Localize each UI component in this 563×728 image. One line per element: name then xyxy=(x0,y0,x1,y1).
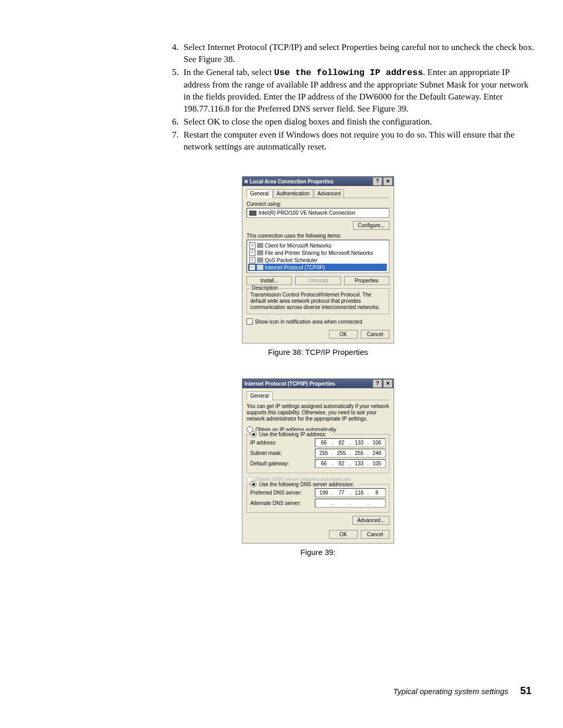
default-gateway-field[interactable]: 66. 82. 133. 105 xyxy=(315,459,386,468)
cancel-button[interactable]: Cancel xyxy=(361,330,389,339)
dot: . xyxy=(366,500,370,506)
install-button[interactable]: Install... xyxy=(247,276,292,285)
ip-address-label: IP address: xyxy=(250,440,276,446)
connect-using-label: Connect using: xyxy=(247,201,389,207)
ip-octet: 133 xyxy=(352,461,366,466)
ip-octet: 66 xyxy=(316,440,331,446)
step-6-text: Select OK to close the open dialog boxes… xyxy=(183,116,537,128)
nic-field: Intel(R) PRO/100 VE Network Connection xyxy=(247,208,389,218)
step-5-text: In the General tab, select Use the follo… xyxy=(183,67,537,115)
step-5-pre: In the General tab, select xyxy=(183,67,274,77)
properties-button[interactable]: Properties xyxy=(344,276,389,285)
tab-authentication[interactable]: Authentication xyxy=(273,189,313,198)
configure-button[interactable]: Configure... xyxy=(353,221,389,230)
dot: . xyxy=(331,500,334,506)
lan-icon: ⧈ xyxy=(244,178,248,184)
ip-address-group: Use the following IP address: IP address… xyxy=(247,434,389,473)
radio-label: Use the following DNS server addresses: xyxy=(259,482,354,487)
step-number: 4. xyxy=(172,42,183,66)
ip-octet: 133 xyxy=(352,440,366,446)
ip-octet: 106 xyxy=(370,440,384,446)
ip-octet: 116 xyxy=(352,490,366,496)
tab-advanced[interactable]: Advanced xyxy=(314,189,344,198)
tab-general[interactable]: General xyxy=(247,391,273,400)
ip-octet: 255 xyxy=(334,450,349,456)
radio-icon xyxy=(250,481,256,487)
list-item-selected[interactable]: ✓ Internet Protocol (TCP/IP) xyxy=(248,264,387,271)
ip-octet: 255 xyxy=(352,450,366,456)
ip-octet: 255 xyxy=(316,450,331,456)
dialog-title: Local Area Connection Properties xyxy=(250,179,334,184)
subnet-mask-field[interactable]: 255. 255. 255. 248 xyxy=(315,449,386,458)
radio-icon xyxy=(250,431,256,437)
preferred-dns-field[interactable]: 198. 77. 116. 8 xyxy=(315,488,386,497)
item-label: Internet Protocol (TCP/IP) xyxy=(265,265,325,270)
radio-use-ip[interactable]: Use the following IP address: xyxy=(250,431,332,437)
ip-octet: 105 xyxy=(370,461,384,466)
show-icon-checkbox[interactable] xyxy=(247,318,253,325)
items-listbox[interactable]: ✓ Client for Microsoft Networks ✓ File a… xyxy=(247,240,389,273)
nic-name: Intel(R) PRO/100 VE Network Connection xyxy=(259,210,356,216)
step-5-mono: Use the following IP address xyxy=(274,68,423,78)
dot: . xyxy=(349,500,352,506)
step-number: 5. xyxy=(172,67,183,115)
footer-section-title: Typical operating system settings xyxy=(393,687,508,696)
dns-group: Use the following DNS server addresses: … xyxy=(247,484,389,513)
dialog-titlebar: Internet Protocol (TCP/IP) Properties ? … xyxy=(242,379,394,388)
help-button[interactable]: ? xyxy=(373,177,382,186)
alternate-dns-field[interactable]: . . . xyxy=(315,499,386,508)
ok-button[interactable]: OK xyxy=(329,530,358,539)
figure-39-caption: Figure 39: xyxy=(224,548,412,557)
uninstall-button[interactable]: Uninstall xyxy=(295,276,340,285)
list-item[interactable]: ✓ File and Printer Sharing for Microsoft… xyxy=(249,249,387,256)
figure-38-caption: Figure 38: TCP/IP Properties xyxy=(224,348,412,356)
list-item[interactable]: ✓ QoS Packet Scheduler xyxy=(249,256,387,264)
checkbox-icon[interactable]: ✓ xyxy=(249,242,255,249)
description-text: Transmission Control Protocol/Internet P… xyxy=(250,292,386,311)
description-legend: Description xyxy=(250,285,279,291)
ip-address-field[interactable]: 66. 82. 133. 106 xyxy=(315,438,386,447)
list-item[interactable]: ✓ Client for Microsoft Networks xyxy=(249,242,387,249)
nic-icon xyxy=(249,211,256,216)
default-gateway-label: Default gateway: xyxy=(250,461,289,466)
close-button[interactable]: ✕ xyxy=(383,177,393,186)
close-button[interactable]: ✕ xyxy=(383,379,393,388)
checkbox-icon[interactable]: ✓ xyxy=(249,250,255,256)
ip-octet: 198 xyxy=(316,490,331,496)
checkbox-icon[interactable]: ✓ xyxy=(249,264,255,270)
ip-octet: 82 xyxy=(334,461,349,466)
ip-octet: 82 xyxy=(334,440,349,446)
ip-octet: 77 xyxy=(334,490,349,496)
checkbox-icon[interactable]: ✓ xyxy=(249,257,255,263)
step-7-text: Restart the computer even if Windows doe… xyxy=(183,129,537,153)
step-4-text: Select Internet Protocol (TCP/IP) and se… xyxy=(183,42,537,66)
description-group: Description Transmission Control Protoco… xyxy=(247,288,389,314)
component-icon xyxy=(257,265,263,270)
component-icon xyxy=(257,243,263,248)
component-icon xyxy=(257,257,263,263)
item-label: Client for Microsoft Networks xyxy=(265,243,332,249)
step-number: 6. xyxy=(172,116,183,128)
item-label: File and Printer Sharing for Microsoft N… xyxy=(265,250,373,256)
preferred-dns-label: Preferred DNS server: xyxy=(250,490,302,496)
radio-use-dns[interactable]: Use the following DNS server addresses: xyxy=(250,481,359,487)
ip-octet: 8 xyxy=(370,490,384,496)
radio-label: Use the following IP address: xyxy=(259,431,326,437)
cancel-button[interactable]: Cancel xyxy=(361,530,389,539)
help-button[interactable]: ? xyxy=(373,379,382,388)
tcpip-info-text: You can get IP settings assigned automat… xyxy=(247,403,389,422)
tcpip-properties-dialog: Internet Protocol (TCP/IP) Properties ? … xyxy=(242,378,394,544)
ok-button[interactable]: OK xyxy=(329,330,358,339)
step-number: 7. xyxy=(172,129,183,153)
dialog-titlebar: ⧈ Local Area Connection Properties ? ✕ xyxy=(242,177,394,186)
show-icon-label: Show icon in notification area when conn… xyxy=(255,319,362,325)
page-number: 51 xyxy=(520,685,532,696)
advanced-button[interactable]: Advanced... xyxy=(352,516,389,525)
subnet-mask-label: Subnet mask: xyxy=(250,450,282,456)
item-label: QoS Packet Scheduler xyxy=(265,257,317,263)
tab-general[interactable]: General xyxy=(247,189,273,198)
alternate-dns-label: Alternate DNS server: xyxy=(250,500,301,506)
page-footer: Typical operating system settings 51 xyxy=(393,685,532,697)
component-icon xyxy=(257,250,263,255)
ip-octet: 66 xyxy=(316,461,331,466)
